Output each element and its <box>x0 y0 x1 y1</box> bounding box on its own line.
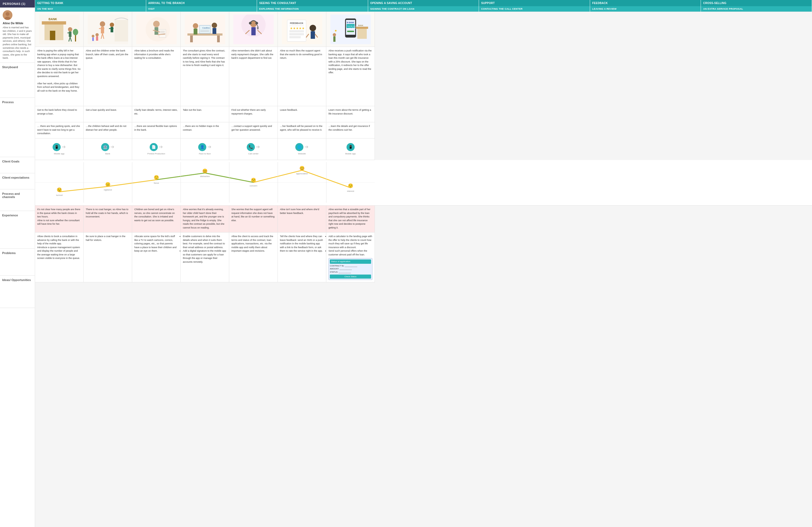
problem-cell-1: It's not clear how many people are there… <box>35 206 84 232</box>
channel-icon-3: 📄 <box>150 143 158 151</box>
svg-point-56 <box>256 22 258 25</box>
channel-cell-5: 📞 ➔ Call center <box>229 138 278 160</box>
channel-label-3: Printed Production <box>147 152 165 155</box>
channel-label-5: Call center <box>248 152 258 155</box>
svg-point-24 <box>96 33 99 36</box>
subphase-getting: ON THE WAY <box>35 6 146 12</box>
exp-cell-1: … there are free parking spots, and she … <box>35 122 84 138</box>
phase-support: SUPPORT <box>479 0 590 6</box>
svg-text:B BANK: B BANK <box>347 21 354 24</box>
idea-item-1a: Allow clients to book a consultation in … <box>37 235 81 246</box>
svg-text:🙂: 🙂 <box>348 183 353 188</box>
subphase-support: CONTACTING THE CALL CENTER <box>479 6 590 12</box>
svg-rect-5 <box>42 21 66 25</box>
svg-point-14 <box>73 29 78 35</box>
svg-rect-25 <box>96 36 98 41</box>
channel-arrow-5: ➔ <box>256 143 260 151</box>
channel-label-7: Mobile app <box>345 152 356 155</box>
storyboard-cell-6: FEEDBACK ★★★★★ <box>278 12 326 47</box>
svg-rect-82 <box>357 28 367 39</box>
idea-list-1: Allow clients to book a consultation in … <box>37 235 81 260</box>
channel-icon-group-2: 🏦 ➔ <box>101 143 114 151</box>
experience-chart-container: 😟 turmoil 😐 vigilance 🙂 focus 😊 distract… <box>35 160 812 205</box>
sidebar: PERSONAS (1) Aline De Wilde Aline is mar… <box>0 0 35 527</box>
idea-cell-3: Allocate some space for the kid's stuff … <box>132 232 181 282</box>
svg-point-16 <box>100 21 105 27</box>
mockup-button[interactable]: Check Status <box>330 274 371 278</box>
channel-icon-4: 👤 <box>198 143 206 151</box>
channel-icon-5: 📞 <box>247 143 255 151</box>
goal-cell-7: Learn more about the terms of getting a … <box>326 106 375 122</box>
content-area: GETTING TO BANK ARRIVAL TO THE BRANCH SE… <box>35 0 812 527</box>
exp-cell-6: …her feedback will be passed on to the a… <box>278 122 326 138</box>
svg-point-26 <box>92 35 95 37</box>
channels-label: Process and channels <box>0 190 35 211</box>
channel-label-2: Bank <box>105 152 110 155</box>
svg-point-43 <box>212 22 217 28</box>
client-exp-label: Client expectations <box>0 173 35 190</box>
svg-rect-87 <box>333 36 335 42</box>
sidebar-header: PERSONAS (1) <box>0 0 35 7</box>
svg-point-21 <box>110 22 114 27</box>
problem-cell-2: There is no coat hanger, so Aline has to… <box>84 206 132 232</box>
phase-seeing: SEEING THE CONSULTANT <box>257 0 368 6</box>
problems-label: Problems <box>0 249 35 276</box>
svg-text:focus: focus <box>154 182 159 184</box>
phase-headers: GETTING TO BANK ARRIVAL TO THE BRANCH SE… <box>35 0 812 12</box>
svg-text:BANK: BANK <box>358 25 363 26</box>
persona-card: Aline De Wilde Aline is married and has … <box>0 7 35 63</box>
svg-rect-70 <box>311 31 315 39</box>
storyboard-cell-5 <box>229 12 278 47</box>
idea-item-4b: Add a digital signature to the mobile ap… <box>183 249 227 264</box>
svg-point-69 <box>309 25 316 31</box>
idea-cell-1: Allow clients to book a consultation in … <box>35 232 84 282</box>
channel-arrow-1: ➔ <box>62 143 66 151</box>
svg-text:😟: 😟 <box>57 187 62 192</box>
ideas-label: Ideas/ Opportunities <box>0 276 35 308</box>
process-cell-2: Aline and the children enter the bank br… <box>84 47 132 106</box>
channel-arrow-6: ➔ <box>304 143 308 151</box>
problem-cell-7: Aline worries that a sizeable part of he… <box>326 206 375 232</box>
channel-icon-group-7: 📱 <box>347 143 354 151</box>
phase-opening: OPENING A SAVING ACCOUNT <box>368 0 479 6</box>
channel-icon-group-6: 🌐 ➔ <box>295 143 308 151</box>
svg-text:🙂: 🙂 <box>154 175 159 180</box>
mockup-header: Status of application <box>330 259 371 264</box>
svg-rect-58 <box>257 27 259 29</box>
experience-label: Experience <box>0 211 35 249</box>
ideas-row: Allow clients to book a consultation in … <box>35 232 812 282</box>
svg-text:😕: 😕 <box>251 178 256 183</box>
svg-text:vigilance: vigilance <box>104 189 112 191</box>
svg-text:turmoil: turmoil <box>56 194 62 196</box>
process-row: Aline is paying the utility bill in her … <box>35 47 812 106</box>
goal-cell-4: Take out the loan. <box>181 106 229 122</box>
process-cell-7: Aline receives a push notification via t… <box>326 47 375 106</box>
process-cell-1: Aline is paying the utility bill in her … <box>35 47 84 106</box>
svg-text:★★★★★: ★★★★★ <box>290 26 305 30</box>
channel-cell-3: 📄 ➔ Printed Production <box>132 138 181 160</box>
storyboard-cell-2 <box>84 12 132 47</box>
svg-text:😊: 😊 <box>202 168 208 174</box>
persona-desc: Aline is married and has two children, 2… <box>3 26 32 60</box>
svg-point-1 <box>6 12 10 16</box>
svg-point-38 <box>146 17 170 42</box>
svg-rect-7 <box>50 31 55 40</box>
svg-text:appreciation: appreciation <box>296 172 308 175</box>
svg-text:interest: interest <box>347 190 354 192</box>
exp-cell-2: …the children behave well and do not dis… <box>84 122 132 138</box>
channel-cell-1: 📱 ➔ Mobile app <box>35 138 84 160</box>
svg-rect-17 <box>101 27 104 33</box>
svg-point-85 <box>335 30 336 31</box>
svg-rect-27 <box>92 37 94 41</box>
idea-cell-6: Tell the clients how and where they can … <box>278 232 326 282</box>
svg-text:😊: 😊 <box>299 166 305 171</box>
phase-getting: GETTING TO BANK <box>35 0 146 6</box>
process-cell-4: The consultant gives Aline the contract,… <box>181 47 229 106</box>
svg-rect-54 <box>251 27 256 35</box>
storyboard-cell-4: CasBss <box>181 12 229 47</box>
channel-arrow-3: ➔ <box>159 143 163 151</box>
svg-rect-40 <box>187 33 222 35</box>
storyboard-row: BANK <box>35 12 812 47</box>
channel-icon-7: 📱 <box>347 143 354 151</box>
channel-cell-4: 👤 ➔ Face to face <box>181 138 229 160</box>
